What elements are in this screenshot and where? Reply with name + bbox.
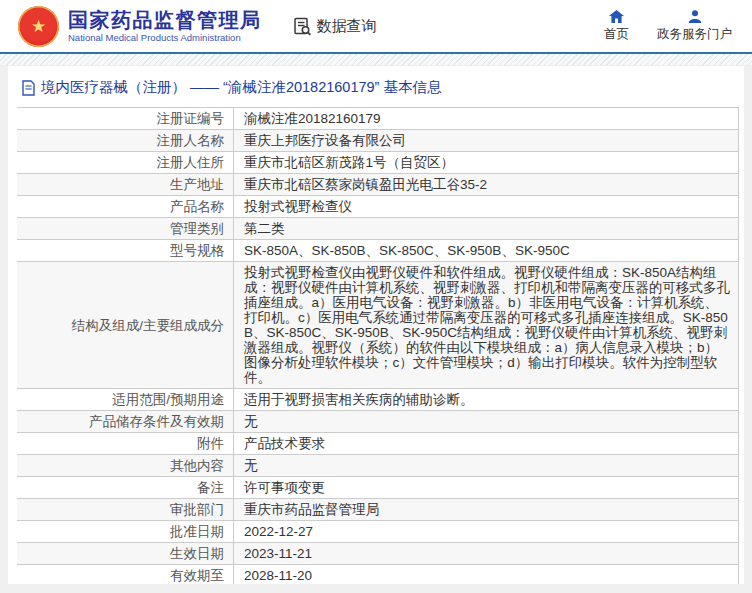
row-label: 批准日期 bbox=[17, 521, 234, 543]
row-label: 注册人名称 bbox=[17, 130, 234, 152]
table-row: 型号规格SK-850A、SK-850B、SK-850C、SK-950B、SK-9… bbox=[17, 240, 739, 262]
row-label: 型号规格 bbox=[17, 240, 234, 262]
nav-item-label: 政务服务门户 bbox=[657, 26, 732, 43]
table-row: 适用范围/预期用途适用于视野损害相关疾病的辅助诊断。 bbox=[17, 389, 739, 411]
row-value: 2028-11-20 bbox=[234, 565, 739, 585]
row-label: 管理类别 bbox=[17, 218, 234, 240]
row-value: 无 bbox=[234, 411, 739, 433]
data-query-label: 数据查询 bbox=[317, 17, 377, 36]
table-row: 产品名称投射式视野检查仪 bbox=[17, 196, 739, 218]
table-row: 管理类别第二类 bbox=[17, 218, 739, 240]
table-row: 其他内容无 bbox=[17, 455, 739, 477]
agency-name-en: National Medical Products Administration bbox=[68, 32, 262, 44]
info-table-body: 注册证编号渝械注准20182160179注册人名称重庆上邦医疗设备有限公司注册人… bbox=[17, 108, 739, 585]
agency-title-block: 国家药品监督管理局 National Medical Products Admi… bbox=[68, 9, 262, 44]
row-value: 渝械注准20182160179 bbox=[234, 108, 739, 130]
row-value: 产品技术要求 bbox=[234, 433, 739, 455]
nav-item-home[interactable]: 首页 bbox=[604, 10, 629, 43]
row-label: 其他内容 bbox=[17, 455, 234, 477]
row-value: 投射式视野检查仪由视野仪硬件和软件组成。视野仪硬件组成：SK-850A结构组成：… bbox=[234, 262, 739, 389]
row-value: 无 bbox=[234, 455, 739, 477]
row-value: SK-850A、SK-850B、SK-850C、SK-950B、SK-950C bbox=[234, 240, 739, 262]
page-body: 境内医疗器械（注册） —— “渝械注准20182160179” 基本信息 注册证… bbox=[0, 66, 752, 584]
row-value: 2023-11-21 bbox=[234, 543, 739, 565]
table-row: 批准日期2022-12-27 bbox=[17, 521, 739, 543]
row-value: 重庆上邦医疗设备有限公司 bbox=[234, 130, 739, 152]
row-label: 有效期至 bbox=[17, 565, 234, 585]
row-value: 重庆市北碚区蔡家岗镇盈田光电工谷35-2 bbox=[234, 174, 739, 196]
row-value: 适用于视野损害相关疾病的辅助诊断。 bbox=[234, 389, 739, 411]
table-row: 生效日期2023-11-21 bbox=[17, 543, 739, 565]
row-value: 重庆市北碚区新茂路1号（自贸区） bbox=[234, 152, 739, 174]
table-row: 附件产品技术要求 bbox=[17, 433, 739, 455]
table-row: 注册人住所重庆市北碚区新茂路1号（自贸区） bbox=[17, 152, 739, 174]
user-icon bbox=[688, 10, 702, 23]
row-value: 2022-12-27 bbox=[234, 521, 739, 543]
row-label: 附件 bbox=[17, 433, 234, 455]
document-search-icon bbox=[292, 16, 313, 37]
row-label: 产品储存条件及有效期 bbox=[17, 411, 234, 433]
row-value: 许可事项变更 bbox=[234, 477, 739, 499]
table-row: 生产地址重庆市北碚区蔡家岗镇盈田光电工谷35-2 bbox=[17, 174, 739, 196]
registration-info-table: 注册证编号渝械注准20182160179注册人名称重庆上邦医疗设备有限公司注册人… bbox=[17, 107, 739, 584]
header-hatch-divider bbox=[0, 54, 752, 66]
row-label: 审批部门 bbox=[17, 499, 234, 521]
page-title: 境内医疗器械（注册） —— “渝械注准20182160179” 基本信息 bbox=[41, 78, 441, 97]
page-title-bar: 境内医疗器械（注册） —— “渝械注准20182160179” 基本信息 bbox=[8, 66, 744, 107]
row-label: 适用范围/预期用途 bbox=[17, 389, 234, 411]
row-label: 注册人住所 bbox=[17, 152, 234, 174]
content-card: 境内医疗器械（注册） —— “渝械注准20182160179” 基本信息 注册证… bbox=[8, 66, 744, 584]
national-emblem-icon: ★ bbox=[18, 6, 59, 47]
data-query-tab[interactable]: 数据查询 bbox=[292, 16, 377, 37]
row-value: 第二类 bbox=[234, 218, 739, 240]
row-label: 产品名称 bbox=[17, 196, 234, 218]
table-row: 注册证编号渝械注准20182160179 bbox=[17, 108, 739, 130]
row-label: 备注 bbox=[17, 477, 234, 499]
row-value: 投射式视野检查仪 bbox=[234, 196, 739, 218]
site-header: ★ 国家药品监督管理局 National Medical Products Ad… bbox=[0, 0, 752, 54]
row-label: 生产地址 bbox=[17, 174, 234, 196]
row-label: 结构及组成/主要组成成分 bbox=[17, 262, 234, 389]
row-label: 生效日期 bbox=[17, 543, 234, 565]
row-label: 注册证编号 bbox=[17, 108, 234, 130]
document-icon bbox=[22, 80, 35, 96]
table-row: 有效期至2028-11-20 bbox=[17, 565, 739, 585]
home-icon bbox=[609, 10, 624, 23]
agency-name: 国家药品监督管理局 bbox=[68, 9, 262, 32]
row-value: 重庆市药品监督管理局 bbox=[234, 499, 739, 521]
table-row: 审批部门重庆市药品监督管理局 bbox=[17, 499, 739, 521]
table-row: 注册人名称重庆上邦医疗设备有限公司 bbox=[17, 130, 739, 152]
nav-item-gov-portal[interactable]: 政务服务门户 bbox=[657, 10, 732, 43]
table-row: 产品储存条件及有效期无 bbox=[17, 411, 739, 433]
table-row: 结构及组成/主要组成成分投射式视野检查仪由视野仪硬件和软件组成。视野仪硬件组成：… bbox=[17, 262, 739, 389]
header-nav: 首页 政务服务门户 bbox=[604, 10, 744, 43]
table-row: 备注许可事项变更 bbox=[17, 477, 739, 499]
nav-item-label: 首页 bbox=[604, 26, 629, 43]
